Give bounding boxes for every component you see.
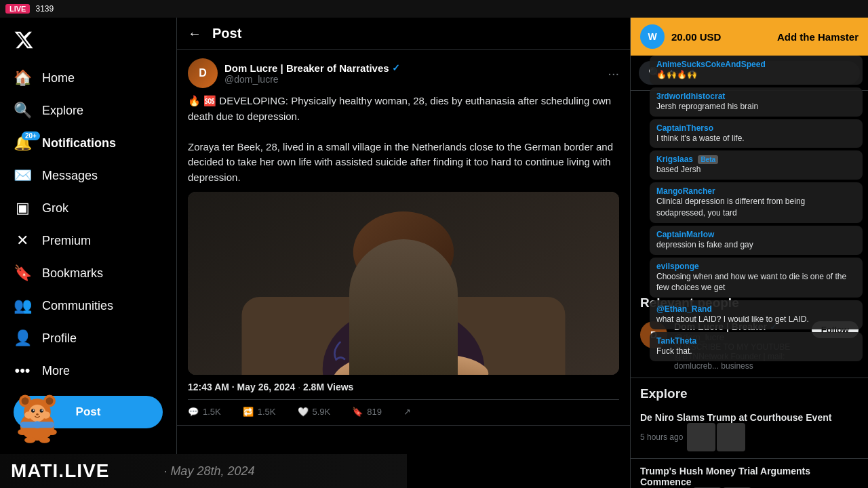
top-bar: LIVE 3139 (0, 0, 868, 18)
comment-bubble: 3rdworldhistocrat Jersh reprogramed his … (650, 87, 863, 117)
relevant-people-section: Relevant people D Dom Lucre | Breaker ✓ … (631, 287, 868, 378)
comment-username: MangoRancher (656, 186, 856, 196)
tweet-more-button[interactable]: ··· (608, 66, 619, 81)
sidebar-item-home[interactable]: 🏠 Home (0, 62, 176, 94)
comment-username: CaptainTherso (656, 123, 856, 133)
sidebar-item-communities-label: Communities (42, 299, 113, 313)
like-icon: 🤍 (298, 407, 309, 417)
sidebar-item-profile[interactable]: 👤 Profile (0, 323, 176, 354)
relevant-people-title: Relevant people (631, 287, 868, 314)
explore-item-title: Trump's Hush Money Trial Arguments Comme… (640, 466, 859, 487)
post-title: Post (212, 26, 241, 41)
reply-count: 1.5K (203, 407, 221, 417)
svg-point-11 (36, 413, 39, 415)
svg-point-9 (33, 409, 35, 411)
comment-bubble: CaptainMarlow depression is fake and gay (650, 226, 863, 255)
sidebar-item-notifications[interactable]: 🔔 20+ Notifications (0, 127, 176, 159)
comment-bubble: MangoRancher Clinical depression is diff… (650, 182, 863, 223)
like-count: 5.9K (313, 407, 331, 417)
comment-text: Clinical depression is different from be… (656, 196, 856, 219)
back-button[interactable]: ← (188, 26, 201, 41)
communities-icon: 👥 (14, 297, 31, 314)
tweet-author-row: D Dom Lucre | Breaker of Narratives ✓ @d… (188, 58, 619, 88)
donation-avatar: W (640, 24, 665, 49)
comment-text: depression is fake and gay (656, 239, 856, 251)
svg-rect-22 (242, 297, 566, 375)
search-input-wrap[interactable]: 🔍 (639, 61, 860, 85)
add-hamster-button[interactable]: Add the Hamster (777, 31, 859, 43)
search-bar: 🔍 (631, 56, 868, 91)
comment-username: evilsponge (656, 262, 856, 271)
share-action[interactable]: ↗ (403, 407, 411, 417)
svg-point-26 (419, 352, 425, 358)
svg-point-19 (39, 437, 50, 443)
sidebar-item-premium[interactable]: ✕ Premium (0, 225, 176, 256)
sidebar-item-profile-label: Profile (42, 331, 77, 346)
person-desc: SUBSCRIBE TO MY YOUTUBE@BTNNetwork Found… (674, 342, 805, 371)
explore-section: Explore De Niro Slams Trump at Courthous… (631, 378, 868, 488)
like-action[interactable]: 🤍 5.9K (298, 407, 331, 417)
explore-item[interactable]: Trump's Hush Money Trial Arguments Comme… (631, 459, 868, 488)
verified-icon: ✓ (392, 62, 400, 73)
thumb (717, 423, 745, 451)
person-row: D Dom Lucre | Breaker ✓ @dom_lucre SUBSC… (631, 314, 868, 378)
sidebar-item-home-label: Home (42, 71, 75, 85)
hamster-mascot (7, 386, 68, 447)
svg-point-17 (47, 429, 56, 435)
svg-point-16 (18, 429, 27, 435)
bookmark-action[interactable]: 🔖 819 (352, 407, 382, 417)
live-badge: LIVE (5, 4, 30, 14)
svg-point-27 (392, 361, 397, 367)
svg-point-34 (419, 273, 425, 277)
sidebar-item-more[interactable]: ••• More (0, 355, 176, 386)
retweet-action[interactable]: 🔁 1.5K (243, 407, 276, 417)
main-layout: 🏠 Home 🔍 Explore 🔔 20+ Notifications ✉️ … (0, 18, 868, 488)
grok-icon: ▣ (14, 199, 31, 217)
sidebar-item-bookmarks-label: Bookmarks (42, 266, 103, 281)
bookmark-icon-action: 🔖 (352, 407, 363, 417)
follow-button[interactable]: Follow (812, 321, 859, 338)
explore-title: Explore (631, 378, 868, 405)
sidebar-item-explore-label: Explore (42, 104, 83, 118)
svg-point-15 (33, 421, 42, 428)
sidebar-item-grok[interactable]: ▣ Grok (0, 192, 176, 224)
reply-action[interactable]: 💬 1.5K (188, 407, 221, 417)
viewer-count: 3139 (35, 4, 54, 14)
svg-point-4 (22, 397, 29, 405)
retweet-icon: 🔁 (243, 407, 254, 417)
search-input[interactable] (667, 68, 850, 79)
explore-item[interactable]: De Niro Slams Trump at Courthouse Event … (631, 405, 868, 459)
tweet-handle: @dom_lucre (224, 74, 601, 85)
svg-point-25 (401, 339, 406, 344)
search-icon: 🔍 (648, 66, 662, 79)
svg-point-32 (414, 272, 429, 283)
svg-point-12 (24, 411, 33, 419)
share-icon: ↗ (403, 407, 411, 417)
comment-text: I think it's a waste of life. (656, 133, 856, 144)
more-icon: ••• (14, 362, 31, 380)
sidebar-item-bookmarks[interactable]: 🔖 Bookmarks (0, 258, 176, 289)
sidebar-item-more-label: More (42, 364, 70, 378)
donation-overlay: W 20.00 USD Add the Hamster (631, 18, 868, 56)
sidebar-item-explore[interactable]: 🔍 Explore (0, 95, 176, 126)
comment-username: CaptainMarlow (656, 230, 856, 239)
explore-item-meta: 5 hours ago (640, 423, 859, 451)
comment-bubble: Krigslaas Beta based Jersh (650, 150, 863, 180)
mati-bar: MATI.LIVE · May 28th, 2024 (0, 454, 407, 488)
sidebar-item-grok-label: Grok (42, 201, 68, 216)
bookmark-icon: 🔖 (14, 264, 31, 282)
svg-point-31 (378, 272, 393, 283)
right-panel: W 20.00 USD Add the Hamster 🔍 AnimeSucks… (631, 18, 868, 488)
sidebar-logo[interactable] (0, 24, 176, 61)
reply-icon: 💬 (188, 407, 199, 417)
date-ticker: · May 28th, 2024 (163, 464, 254, 479)
tweet-actions: 💬 1.5K 🔁 1.5K 🤍 5.9K 🔖 819 ↗ (188, 399, 619, 417)
tweet-text: 🔥 🆘 DEVELOPING: Physically healthy woman… (188, 94, 619, 185)
sidebar-item-messages[interactable]: ✉️ Messages (0, 160, 176, 191)
sidebar-item-communities[interactable]: 👥 Communities (0, 290, 176, 321)
svg-point-13 (41, 411, 50, 419)
svg-point-30 (353, 211, 454, 292)
svg-point-7 (31, 409, 35, 412)
premium-icon: ✕ (14, 232, 31, 249)
comment-text: Jersh reprogramed his brain (656, 101, 856, 113)
